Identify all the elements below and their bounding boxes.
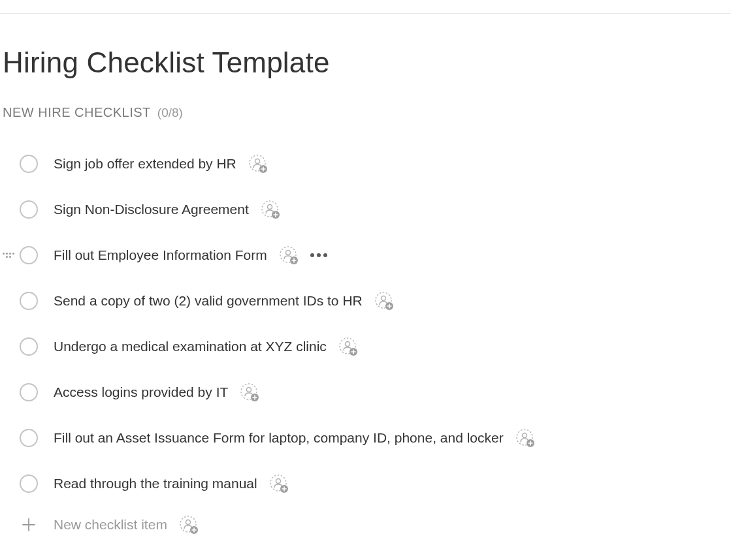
item-label[interactable]: Send a copy of two (2) valid government …: [54, 293, 363, 309]
svg-point-13: [345, 342, 349, 347]
section-header: NEW HIRE CHECKLIST (0/8): [3, 105, 731, 120]
checklist-item[interactable]: Sign Non-Disclosure Agreement: [20, 187, 731, 232]
svg-point-25: [186, 520, 190, 525]
more-menu-icon[interactable]: [310, 253, 327, 257]
checkbox[interactable]: [20, 246, 38, 264]
section-count: (0/8): [157, 106, 183, 120]
checklist-item[interactable]: Fill out Employee Information Form: [20, 232, 731, 278]
content-area: Hiring Checklist Template NEW HIRE CHECK…: [0, 14, 731, 543]
checkbox[interactable]: [20, 337, 38, 356]
checkbox[interactable]: [20, 155, 38, 173]
item-label[interactable]: Sign job offer extended by HR: [54, 156, 236, 172]
checkbox[interactable]: [20, 474, 38, 493]
item-label[interactable]: Undergo a medical examination at XYZ cli…: [54, 339, 327, 354]
drag-handle-icon[interactable]: [3, 249, 14, 261]
assign-person-icon[interactable]: [240, 382, 259, 402]
section-title: NEW HIRE CHECKLIST: [3, 105, 151, 120]
checkbox[interactable]: [20, 429, 38, 447]
item-label[interactable]: Sign Non-Disclosure Agreement: [54, 202, 249, 217]
checklist-item[interactable]: Sign job offer extended by HR: [20, 141, 731, 187]
item-label[interactable]: Access logins provided by IT: [54, 384, 228, 400]
item-label[interactable]: Read through the training manual: [54, 476, 257, 491]
svg-point-16: [247, 388, 252, 392]
new-checklist-item[interactable]: New checklist item: [20, 506, 731, 543]
assign-person-icon[interactable]: [515, 428, 535, 448]
checklist-item[interactable]: Read through the training manual: [20, 461, 731, 506]
checklist-item[interactable]: Undergo a medical examination at XYZ cli…: [20, 324, 731, 369]
assign-person-icon[interactable]: [248, 154, 268, 174]
assign-person-icon[interactable]: [279, 245, 299, 265]
assign-person-icon[interactable]: [179, 515, 199, 535]
item-label[interactable]: Fill out Employee Information Form: [54, 247, 267, 263]
checklist-item[interactable]: Send a copy of two (2) valid government …: [20, 278, 731, 324]
assign-person-icon[interactable]: [338, 337, 358, 356]
svg-point-22: [276, 479, 280, 484]
checklist-item[interactable]: Access logins provided by IT: [20, 369, 731, 415]
page-title[interactable]: Hiring Checklist Template: [3, 46, 731, 79]
assign-person-icon[interactable]: [269, 474, 289, 493]
checkbox[interactable]: [20, 292, 38, 310]
checklist: Sign job offer extended by HR Sign Non-D…: [3, 141, 731, 543]
svg-point-7: [285, 251, 290, 255]
item-label[interactable]: Fill out an Asset Issuance Form for lapt…: [54, 430, 504, 446]
svg-point-4: [267, 205, 272, 210]
svg-point-10: [381, 296, 385, 301]
svg-point-19: [522, 433, 527, 438]
checkbox[interactable]: [20, 200, 38, 219]
new-item-placeholder[interactable]: New checklist item: [54, 517, 167, 533]
checklist-item[interactable]: Fill out an Asset Issuance Form for lapt…: [20, 415, 731, 461]
assign-person-icon[interactable]: [374, 291, 394, 311]
plus-icon[interactable]: [20, 516, 38, 534]
svg-point-1: [255, 159, 259, 164]
assign-person-icon[interactable]: [261, 200, 280, 219]
checkbox[interactable]: [20, 383, 38, 401]
